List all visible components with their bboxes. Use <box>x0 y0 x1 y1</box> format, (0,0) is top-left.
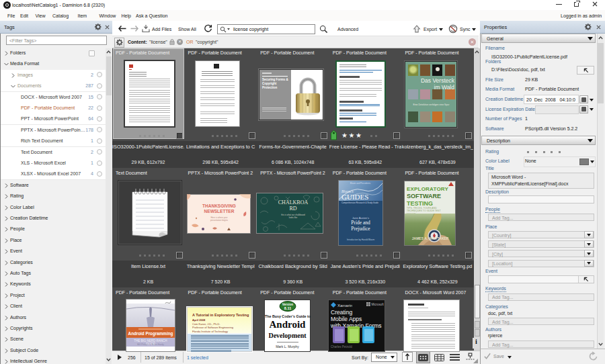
svg-text:8.11: 8.11 <box>284 306 291 310</box>
svg-text:Microsoft: Microsoft <box>372 303 385 306</box>
svg-text:Xamarin: Xamarin <box>337 304 352 308</box>
